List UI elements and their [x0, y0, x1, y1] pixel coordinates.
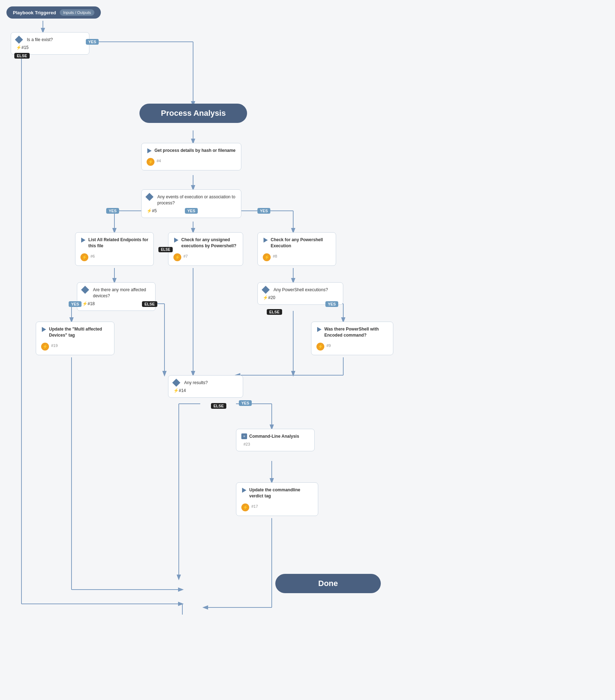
- node-19-title: Update the "Multi affected Devices" tag: [49, 326, 109, 338]
- node-19-num: #19: [51, 343, 58, 348]
- node-6[interactable]: List All Related Endpoints for this file…: [75, 232, 154, 266]
- node-19[interactable]: Update the "Multi affected Devices" tag …: [36, 322, 114, 355]
- node-4[interactable]: Get process details by hash or filename …: [141, 143, 241, 170]
- node-7-title: Check for any unsigned executions by Pow…: [181, 237, 238, 249]
- node-15-num: #15: [21, 45, 29, 50]
- lightning-icon-15: ⚡: [16, 45, 21, 50]
- diamond-icon-5: [146, 193, 154, 201]
- node-4-num: #4: [157, 159, 161, 163]
- node-4-title: Get process details by hash or filename: [154, 148, 236, 154]
- node-9-num: #9: [326, 343, 331, 348]
- else-label-20: ELSE: [267, 309, 282, 315]
- else-label-15: ELSE: [14, 53, 30, 59]
- svg-marker-35: [147, 148, 152, 153]
- node-6-num: #6: [90, 254, 95, 258]
- node-18-title: Are there any more affected devices?: [93, 287, 150, 299]
- inputs-outputs-label: Inputs / Outputs: [60, 9, 95, 16]
- else-label-7: ELSE: [158, 247, 173, 252]
- lightning-icon-4: ⚡: [147, 158, 154, 166]
- play-icon-4: [147, 148, 152, 154]
- lightning-icon-6: ⚡: [80, 253, 88, 261]
- diamond-icon-20: [262, 286, 270, 294]
- node-17[interactable]: Update the commandline verdict tag ⚡ #17: [236, 482, 318, 516]
- play-icon-19: [41, 327, 47, 332]
- play-icon-9: [316, 327, 322, 332]
- play-icon-8: [263, 237, 269, 243]
- lightning-icon-8: ⚡: [263, 253, 271, 261]
- cmd-icon-23: ≡: [241, 433, 247, 439]
- node-23[interactable]: ≡ Command-Line Analysis #23: [236, 429, 315, 451]
- lightning-icon-20: ⚡: [263, 295, 268, 300]
- svg-marker-37: [174, 238, 178, 243]
- node-7[interactable]: Check for any unsigned executions by Pow…: [168, 232, 243, 266]
- node-6-title: List All Related Endpoints for this file: [88, 237, 148, 249]
- lightning-icon-7: ⚡: [173, 253, 181, 261]
- lightning-icon-5: ⚡: [147, 208, 152, 213]
- diamond-icon: [15, 36, 23, 44]
- node-15-title: Is a file exist?: [27, 37, 53, 43]
- yes-label-15: YES: [86, 39, 99, 45]
- node-18-num: #18: [88, 301, 95, 306]
- lightning-icon-9: ⚡: [316, 343, 324, 351]
- node-14[interactable]: Any results? ⚡ #14: [168, 375, 243, 398]
- node-20-title: Any PowerShell executions?: [274, 287, 328, 293]
- node-8-num: #8: [273, 254, 277, 258]
- diamond-icon-18: [81, 286, 89, 294]
- lightning-icon-14: ⚡: [173, 388, 179, 393]
- node-8-title: Check for any Powershell Execution: [271, 237, 331, 249]
- node-7-num: #7: [183, 254, 188, 258]
- process-analysis-node: Process Analysis: [139, 104, 247, 123]
- node-20-num: #20: [268, 295, 275, 300]
- node-9[interactable]: Was there PowerShell with Encoded comman…: [311, 322, 393, 355]
- svg-marker-39: [42, 327, 46, 332]
- flowchart-canvas: Playbook Triggered Inputs / Outputs Is a…: [0, 0, 615, 700]
- yes-label-18: YES: [69, 301, 82, 307]
- node-5-num: #5: [152, 208, 157, 213]
- node-5-title: Any events of execution or association t…: [157, 194, 236, 206]
- play-icon-7: [173, 237, 179, 243]
- yes-label-14: YES: [239, 400, 252, 406]
- node-9-title: Was there PowerShell with Encoded comman…: [324, 326, 388, 338]
- svg-marker-36: [81, 238, 85, 243]
- yes-label-20: YES: [325, 301, 338, 307]
- else-label-14: ELSE: [211, 403, 226, 409]
- else-label-18: ELSE: [142, 301, 157, 307]
- node-8[interactable]: Check for any Powershell Execution ⚡ #8: [257, 232, 336, 266]
- node-23-num: #23: [243, 442, 250, 446]
- lightning-icon-17: ⚡: [241, 503, 249, 511]
- done-node: Done: [275, 574, 381, 593]
- play-icon-17: [241, 487, 247, 493]
- node-17-num: #17: [251, 504, 258, 508]
- node-17-title: Update the commandline verdict tag: [249, 487, 313, 499]
- svg-marker-40: [317, 327, 321, 332]
- trigger-button[interactable]: Playbook Triggered Inputs / Outputs: [6, 6, 101, 19]
- play-icon-6: [80, 237, 86, 243]
- node-14-title: Any results?: [184, 380, 208, 386]
- trigger-label: Playbook Triggered: [13, 10, 56, 15]
- yes-label-5-center: YES: [185, 208, 198, 214]
- svg-marker-38: [264, 238, 268, 243]
- node-14-num: #14: [179, 388, 186, 393]
- svg-marker-41: [242, 488, 246, 493]
- node-23-title: Command-Line Analysis: [249, 433, 299, 440]
- lightning-icon-19: ⚡: [41, 343, 49, 351]
- done-label: Done: [318, 579, 338, 588]
- yes-label-5-left: YES: [106, 208, 119, 214]
- lightning-icon-18: ⚡: [82, 301, 88, 306]
- process-analysis-label: Process Analysis: [161, 109, 226, 118]
- node-15[interactable]: Is a file exist? ⚡ #15: [11, 32, 89, 55]
- diamond-icon-14: [172, 379, 181, 387]
- yes-label-5-right: YES: [257, 208, 270, 214]
